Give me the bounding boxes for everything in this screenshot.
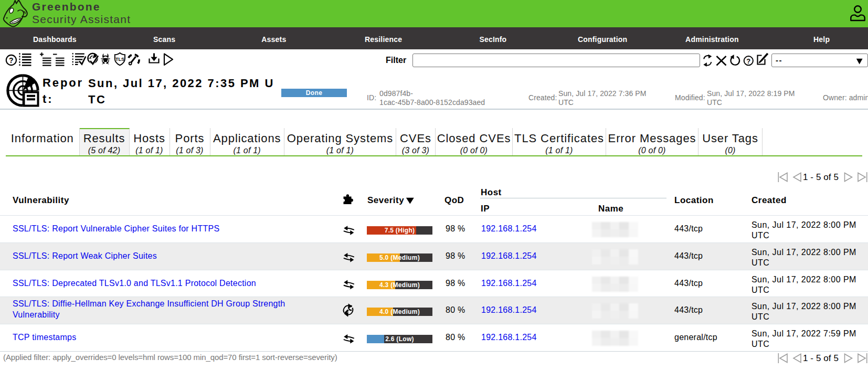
svg-text:TLS: TLS: [115, 57, 124, 62]
svg-text:?: ?: [746, 57, 750, 65]
svg-text:?: ?: [9, 56, 14, 65]
